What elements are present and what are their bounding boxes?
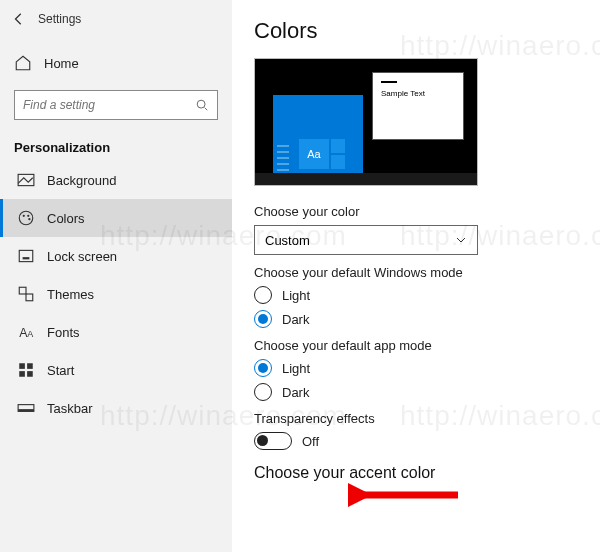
palette-icon — [17, 209, 35, 227]
nav-item-themes[interactable]: Themes — [0, 275, 232, 313]
app-mode-light[interactable]: Light — [254, 359, 578, 377]
nav-home[interactable]: Home — [0, 46, 232, 80]
search-input-wrapper[interactable] — [14, 90, 218, 120]
nav-home-label: Home — [44, 56, 79, 71]
preview-tile-small-2 — [331, 139, 345, 153]
svg-rect-14 — [27, 363, 33, 369]
fonts-icon: AA — [17, 323, 35, 341]
app-mode-dark[interactable]: Dark — [254, 383, 578, 401]
radio-label: Dark — [282, 312, 309, 327]
svg-rect-10 — [26, 294, 33, 301]
search-input[interactable] — [23, 98, 195, 112]
nav-item-label: Background — [47, 173, 116, 188]
preview-sample-text: Sample Text — [381, 89, 463, 98]
radio-icon — [254, 383, 272, 401]
themes-icon — [17, 285, 35, 303]
color-preview: Aa Sample Text — [254, 58, 478, 186]
sidebar: Settings Home Personalization Background… — [0, 0, 232, 552]
windows-mode-label: Choose your default Windows mode — [254, 265, 578, 280]
choose-color-label: Choose your color — [254, 204, 578, 219]
radio-label: Light — [282, 288, 310, 303]
app-mode-label: Choose your default app mode — [254, 338, 578, 353]
content-area: Colors Aa Sample Text Choose your color … — [232, 0, 600, 552]
nav-item-colors[interactable]: Colors — [0, 199, 232, 237]
preview-tile-small-1 — [331, 155, 345, 169]
nav-item-start[interactable]: Start — [0, 351, 232, 389]
preview-side-items — [277, 145, 291, 171]
radio-icon-selected — [254, 359, 272, 377]
svg-text:A: A — [27, 329, 33, 339]
nav-item-taskbar[interactable]: Taskbar — [0, 389, 232, 427]
choose-color-dropdown[interactable]: Custom — [254, 225, 478, 255]
nav-item-label: Start — [47, 363, 74, 378]
radio-icon-selected — [254, 310, 272, 328]
preview-app-window: Sample Text — [373, 73, 463, 139]
windows-mode-dark[interactable]: Dark — [254, 310, 578, 328]
accent-color-title: Choose your accent color — [254, 464, 578, 482]
nav-item-label: Fonts — [47, 325, 80, 340]
windows-mode-light[interactable]: Light — [254, 286, 578, 304]
chevron-down-icon — [455, 234, 467, 246]
transparency-toggle[interactable] — [254, 432, 292, 450]
search-icon — [195, 98, 209, 112]
nav-item-label: Colors — [47, 211, 85, 226]
radio-label: Light — [282, 361, 310, 376]
arrow-left-icon — [12, 12, 26, 26]
titlebar: Settings — [0, 0, 232, 38]
taskbar-icon — [17, 399, 35, 417]
picture-icon — [17, 171, 35, 189]
nav-item-lock-screen[interactable]: Lock screen — [0, 237, 232, 275]
svg-rect-13 — [19, 363, 25, 369]
transparency-label: Transparency effects — [254, 411, 578, 426]
start-icon — [17, 361, 35, 379]
toggle-knob — [257, 435, 268, 446]
svg-rect-15 — [19, 371, 25, 377]
svg-line-1 — [205, 108, 208, 111]
preview-tile-aa: Aa — [299, 139, 329, 169]
preview-taskbar — [255, 173, 477, 185]
svg-point-6 — [28, 218, 30, 220]
nav-item-label: Themes — [47, 287, 94, 302]
dropdown-value: Custom — [265, 233, 310, 248]
svg-rect-8 — [23, 257, 30, 259]
lock-screen-icon — [17, 247, 35, 265]
nav-item-background[interactable]: Background — [0, 161, 232, 199]
home-icon — [14, 54, 32, 72]
svg-rect-7 — [19, 250, 33, 261]
toggle-state: Off — [302, 434, 319, 449]
svg-point-3 — [19, 211, 33, 225]
svg-point-0 — [197, 100, 205, 108]
svg-point-5 — [27, 215, 29, 217]
nav-item-label: Lock screen — [47, 249, 117, 264]
page-title: Colors — [254, 18, 578, 44]
nav-item-label: Taskbar — [47, 401, 93, 416]
titlebar-label: Settings — [38, 12, 81, 26]
section-header: Personalization — [0, 128, 232, 161]
back-button[interactable] — [6, 6, 32, 32]
svg-rect-9 — [19, 287, 26, 294]
nav-item-fonts[interactable]: AA Fonts — [0, 313, 232, 351]
svg-rect-18 — [18, 409, 34, 411]
radio-icon — [254, 286, 272, 304]
radio-label: Dark — [282, 385, 309, 400]
svg-point-4 — [23, 215, 25, 217]
svg-rect-16 — [27, 371, 33, 377]
